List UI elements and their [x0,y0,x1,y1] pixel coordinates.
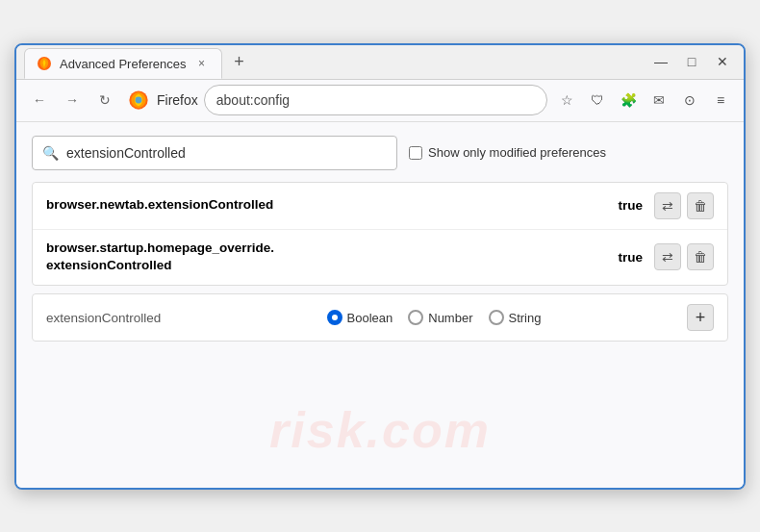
table-row: browser.startup.homepage_override. exten… [33,230,727,286]
radio-boolean-circle[interactable] [327,310,342,325]
radio-number-circle[interactable] [408,310,423,325]
tab-close-btn[interactable]: × [194,56,210,71]
radio-group: Boolean Number String [196,310,671,325]
row-actions-1: ⇄ 🗑 [654,192,714,219]
show-modified-checkbox[interactable] [409,146,422,160]
table-row: browser.newtab.extensionControlled true … [33,183,727,230]
new-pref-row: extensionControlled Boolean Number Strin… [32,293,728,342]
search-box[interactable]: 🔍 [32,136,397,170]
delete-btn-1[interactable]: 🗑 [687,192,714,219]
firefox-logo-icon [128,89,149,111]
restore-btn[interactable]: □ [678,48,705,75]
pref-value-1: true [618,198,643,213]
new-pref-name: extensionControlled [46,311,181,325]
radio-number[interactable]: Number [408,310,472,325]
pref-value-2: true [618,250,643,265]
watermark: risk.com [269,401,491,459]
delete-btn-2[interactable]: 🗑 [687,243,714,270]
address-bar[interactable]: about:config [204,85,547,115]
reset-btn-2[interactable]: ⇄ [654,243,681,270]
minimize-btn[interactable]: — [647,48,674,75]
row-actions-2: ⇄ 🗑 [654,243,714,270]
refresh-btn[interactable]: ↻ [91,87,118,114]
nav-icons: ☆ 🛡 🧩 ✉ ⊙ ≡ [553,87,734,114]
email-icon[interactable]: ✉ [646,87,672,114]
add-pref-btn[interactable]: + [687,304,714,331]
forward-btn[interactable]: → [59,87,86,114]
tab-favicon [37,56,52,71]
show-modified-label[interactable]: Show only modified preferences [409,145,606,160]
trash-icon-1: 🗑 [694,198,707,214]
nav-bar: ← → ↻ Firefox about:config ☆ 🛡 🧩 ✉ ⊙ ≡ [16,80,744,122]
tab-title: Advanced Preferences [60,57,187,71]
address-text: about:config [216,92,290,108]
search-input[interactable] [66,145,387,161]
search-row: 🔍 Show only modified preferences [32,136,728,170]
radio-boolean[interactable]: Boolean [327,310,393,325]
pref-name-2: browser.startup.homepage_override. exten… [46,240,598,276]
radio-string-label: String [509,311,542,325]
content-area: 🔍 Show only modified preferences browser… [16,122,744,488]
plus-icon: + [696,308,706,328]
radio-boolean-label: Boolean [347,311,393,325]
trash-icon-2: 🗑 [694,249,707,265]
close-btn[interactable]: ✕ [709,48,736,75]
account-icon[interactable]: ⊙ [676,87,703,114]
show-modified-text: Show only modified preferences [428,145,606,160]
pref-name-1: browser.newtab.extensionControlled [46,196,598,215]
window-controls: — □ ✕ [647,48,736,75]
radio-string-circle[interactable] [489,310,504,325]
reset-icon-2: ⇄ [662,249,673,265]
back-btn[interactable]: ← [26,87,53,114]
active-tab[interactable]: Advanced Preferences × [24,48,222,79]
title-bar: Advanced Preferences × + — □ ✕ [16,45,744,80]
menu-icon[interactable]: ≡ [707,87,734,114]
new-tab-btn[interactable]: + [226,48,253,75]
reset-btn-1[interactable]: ⇄ [654,192,681,219]
results-table: browser.newtab.extensionControlled true … [32,182,728,287]
extension-icon[interactable]: 🧩 [615,87,642,114]
svg-point-2 [136,97,142,104]
bookmark-icon[interactable]: ☆ [553,87,580,114]
browser-name: Firefox [157,92,198,108]
search-icon: 🔍 [42,145,59,161]
radio-string[interactable]: String [489,310,542,325]
reset-icon-1: ⇄ [662,198,673,214]
shield-icon[interactable]: 🛡 [584,87,611,114]
browser-window: Advanced Preferences × + — □ ✕ ← → ↻ Fir… [14,43,746,490]
radio-number-label: Number [428,311,472,325]
